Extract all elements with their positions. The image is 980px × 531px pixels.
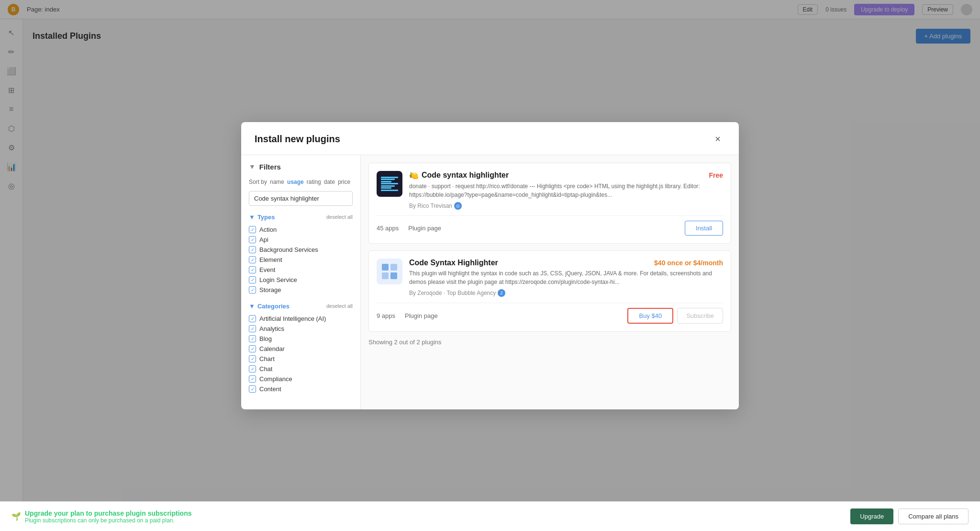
sort-usage[interactable]: usage <box>287 179 304 185</box>
plugin-1-price: Free <box>709 171 723 179</box>
plugin-card-1: 🍋 Code syntax highlighter Free donate · … <box>368 163 731 244</box>
checkbox-compliance[interactable] <box>249 375 256 383</box>
types-label: Types <box>257 214 275 221</box>
filter-label-compliance: Compliance <box>259 375 292 383</box>
checkbox-chart[interactable] <box>249 355 256 362</box>
plugin-1-install-button[interactable]: Install <box>685 221 723 236</box>
plugin-card-2: Code Syntax Highlighter $40 once or $4/m… <box>368 250 731 332</box>
upgrade-actions: Upgrade Compare all plans <box>850 508 969 524</box>
types-filter-section: ▼ Types deselect all Action Api <box>249 214 353 295</box>
upgrade-icon: 🌱 <box>11 512 21 521</box>
upgrade-message: 🌱 Upgrade your plan to purchase plugin s… <box>11 509 191 524</box>
plugin-2-buy-button[interactable]: Buy $40 <box>627 308 673 324</box>
sort-rating[interactable]: rating <box>307 179 321 185</box>
filter-label-action: Action <box>259 226 277 233</box>
filters-header: ▼ Filters <box>249 163 353 171</box>
filter-item-chat[interactable]: Chat <box>249 364 353 374</box>
filter-item-blog[interactable]: Blog <box>249 334 353 344</box>
filter-item-login-service[interactable]: Login Service <box>249 275 353 285</box>
plugin-2-author-badge: Z <box>498 289 505 297</box>
checkbox-login-service[interactable] <box>249 276 256 283</box>
checkbox-content[interactable] <box>249 385 256 393</box>
filter-label-ai: Artificial Intelligence (AI) <box>259 315 326 322</box>
modal-body: ▼ Filters Sort by name usage rating date… <box>241 155 739 409</box>
filter-item-event[interactable]: Event <box>249 265 353 275</box>
filter-item-analytics[interactable]: Analytics <box>249 324 353 334</box>
filter-item-storage[interactable]: Storage <box>249 285 353 295</box>
filter-label-chat: Chat <box>259 365 272 373</box>
filter-label-background-services: Background Services <box>259 246 318 253</box>
upgrade-title: Upgrade your plan to purchase plugin sub… <box>25 509 191 517</box>
checkbox-ai[interactable] <box>249 315 256 322</box>
plugin-2-info: Code Syntax Highlighter $40 once or $4/m… <box>409 259 723 297</box>
checkbox-element[interactable] <box>249 256 256 263</box>
plugin-1-name: 🍋 Code syntax highlighter <box>409 171 509 180</box>
checkbox-calendar[interactable] <box>249 345 256 352</box>
sort-label: Sort by <box>249 179 267 185</box>
plugin-1-icon <box>377 171 402 197</box>
filter-label-login-service: Login Service <box>259 276 297 283</box>
categories-filter-section: ▼ Categories deselect all Artificial Int… <box>249 303 353 394</box>
categories-section-title[interactable]: ▼ Categories <box>249 303 290 310</box>
filter-icon: ▼ <box>249 163 256 170</box>
checkbox-api[interactable] <box>249 236 256 243</box>
plugin-2-price: $40 once or $4/month <box>654 259 723 267</box>
filter-item-compliance[interactable]: Compliance <box>249 374 353 384</box>
plugin-1-page-link[interactable]: Plugin page <box>408 225 441 232</box>
plugin-1-apps-count: 45 apps <box>377 225 399 232</box>
filter-item-background-services[interactable]: Background Services <box>249 245 353 255</box>
filter-item-api[interactable]: Api <box>249 235 353 245</box>
showing-text: Showing 2 out of 2 plugins <box>368 339 731 346</box>
modal-overlay: Install new plugins × ▼ Filters Sort by … <box>0 0 980 531</box>
upgrade-button[interactable]: Upgrade <box>850 508 893 524</box>
filter-label-api: Api <box>259 236 268 243</box>
modal-close-button[interactable]: × <box>710 132 725 147</box>
plugin-2-subscribe-button[interactable]: Subscribe <box>677 308 723 324</box>
svg-rect-2 <box>382 272 389 279</box>
categories-deselect-all[interactable]: deselect all <box>326 303 353 309</box>
plugin-1-actions: Install <box>685 221 723 236</box>
filter-item-element[interactable]: Element <box>249 255 353 265</box>
filter-item-chart[interactable]: Chart <box>249 354 353 364</box>
types-deselect-all[interactable]: deselect all <box>326 214 353 220</box>
plugin-2-name: Code Syntax Highlighter <box>409 259 498 267</box>
plugin-1-info: 🍋 Code syntax highlighter Free donate · … <box>409 171 723 210</box>
sort-price[interactable]: price <box>338 179 350 185</box>
checkbox-event[interactable] <box>249 266 256 273</box>
filter-item-action[interactable]: Action <box>249 225 353 235</box>
results-panel: 🍋 Code syntax highlighter Free donate · … <box>361 155 739 409</box>
install-plugins-modal: Install new plugins × ▼ Filters Sort by … <box>241 122 739 409</box>
checkbox-background-services[interactable] <box>249 246 256 253</box>
checkbox-storage[interactable] <box>249 286 256 294</box>
plugin-2-page-link[interactable]: Plugin page <box>405 312 438 319</box>
sort-name[interactable]: name <box>270 179 284 185</box>
checkbox-blog[interactable] <box>249 335 256 342</box>
checkbox-chat[interactable] <box>249 365 256 373</box>
checkbox-analytics[interactable] <box>249 325 256 332</box>
checkbox-action[interactable] <box>249 226 256 233</box>
compare-plans-button[interactable]: Compare all plans <box>898 508 969 524</box>
types-chevron-icon: ▼ <box>249 214 255 221</box>
filter-item-calendar[interactable]: Calendar <box>249 344 353 354</box>
upgrade-text-group: Upgrade your plan to purchase plugin sub… <box>25 509 191 524</box>
sort-date[interactable]: date <box>324 179 335 185</box>
plugin-2-desc: This plugin will highlight the syntax in… <box>409 269 723 286</box>
plugin-card-2-top: Code Syntax Highlighter $40 once or $4/m… <box>377 259 723 297</box>
sort-row: Sort by name usage rating date price <box>249 179 353 185</box>
plugin-1-author: By Rico Trevisan ◎ <box>409 202 723 210</box>
categories-label: Categories <box>257 303 290 310</box>
modal-header: Install new plugins × <box>241 122 739 155</box>
upgrade-bar: 🌱 Upgrade your plan to purchase plugin s… <box>0 501 980 531</box>
filter-label-analytics: Analytics <box>259 325 284 332</box>
categories-section-header: ▼ Categories deselect all <box>249 303 353 310</box>
types-section-title[interactable]: ▼ Types <box>249 214 275 221</box>
search-input[interactable] <box>249 191 353 206</box>
plugin-2-actions: Buy $40 Subscribe <box>627 308 723 324</box>
filter-item-content[interactable]: Content <box>249 384 353 394</box>
plugin-1-stats: 45 apps Plugin page <box>377 225 441 232</box>
plugin-1-author-badge: ◎ <box>454 202 462 210</box>
filter-item-ai[interactable]: Artificial Intelligence (AI) <box>249 314 353 324</box>
filter-label-event: Event <box>259 266 275 273</box>
filters-panel: ▼ Filters Sort by name usage rating date… <box>241 155 361 409</box>
plugin-2-icon <box>377 259 402 284</box>
